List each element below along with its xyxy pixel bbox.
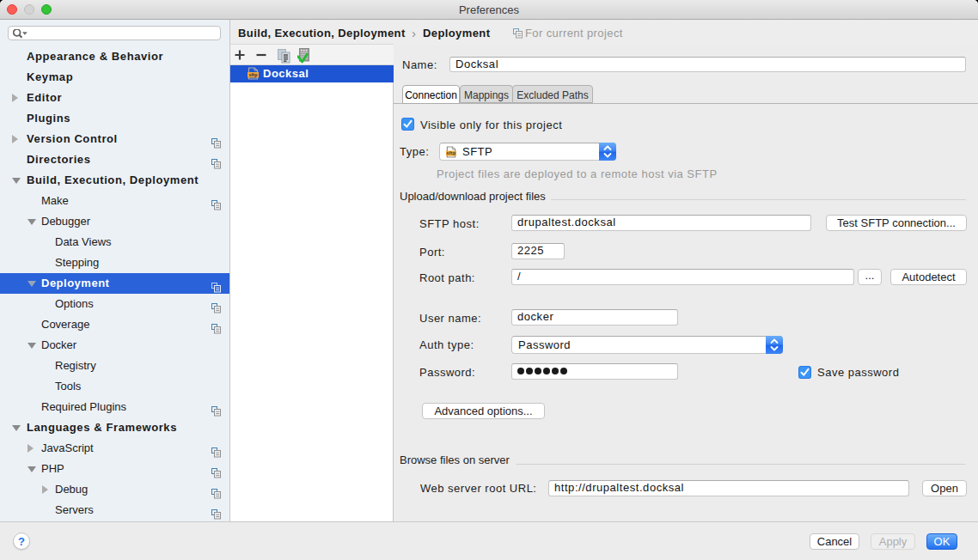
svg-text:sftp: sftp — [447, 151, 456, 156]
